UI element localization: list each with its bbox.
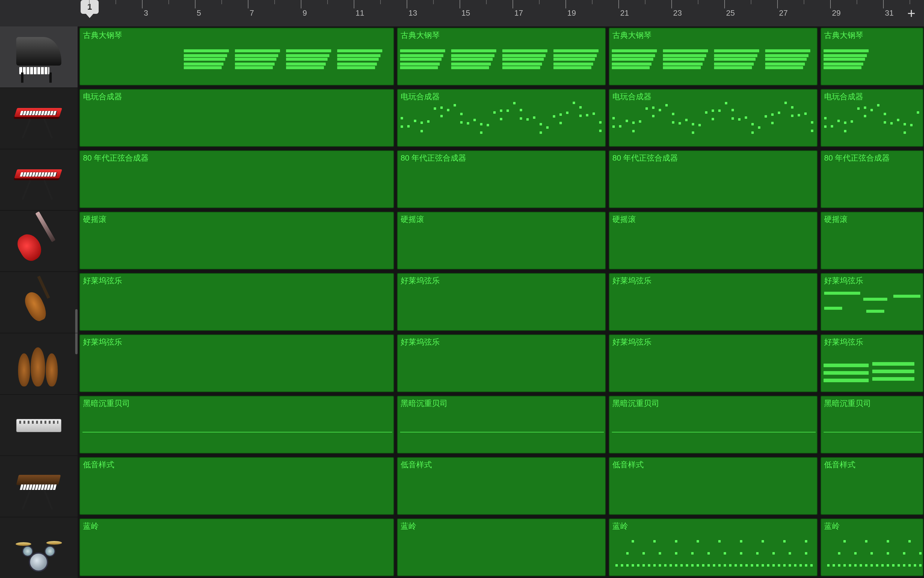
region-title: 80 年代正弦合成器 bbox=[401, 153, 466, 163]
track-header[interactable] bbox=[0, 149, 78, 211]
violin-icon bbox=[13, 277, 64, 328]
region-title: 好莱坞弦乐 bbox=[83, 276, 122, 286]
track-lane[interactable]: 好莱坞弦乐好莱坞弦乐好莱坞弦乐好莱坞弦乐 bbox=[78, 272, 924, 332]
midi-region[interactable]: 好莱坞弦乐 bbox=[80, 273, 394, 331]
midi-region[interactable]: 好莱坞弦乐 bbox=[820, 273, 923, 331]
midi-region[interactable]: 好莱坞弦乐 bbox=[820, 334, 923, 392]
ruler-bar-number: 11 bbox=[356, 8, 364, 18]
region-title: 好莱坞弦乐 bbox=[824, 337, 863, 347]
region-title: 80 年代正弦合成器 bbox=[612, 153, 678, 163]
midi-region[interactable]: 80 年代正弦合成器 bbox=[80, 150, 394, 208]
track-lane[interactable]: 电玩合成器电玩合成器电玩合成器电玩合成器 bbox=[78, 88, 924, 148]
region-title: 低音样式 bbox=[612, 459, 644, 470]
ruler-bar-number: 3 bbox=[144, 8, 148, 18]
track-lane[interactable]: 80 年代正弦合成器80 年代正弦合成器80 年代正弦合成器80 年代正弦合成器 bbox=[78, 149, 924, 209]
add-track-button[interactable]: + bbox=[904, 7, 919, 22]
region-title: 低音样式 bbox=[83, 459, 114, 470]
synth-module-icon bbox=[13, 399, 64, 451]
ruler-bar-number: 7 bbox=[250, 8, 254, 18]
track-lane[interactable]: 硬摇滚硬摇滚硬摇滚硬摇滚 bbox=[78, 211, 924, 271]
midi-region[interactable]: 电玩合成器 bbox=[609, 89, 817, 147]
track-lane[interactable]: 好莱坞弦乐好莱坞弦乐好莱坞弦乐好莱坞弦乐 bbox=[78, 333, 924, 393]
ruler-bar-number: 31 bbox=[885, 8, 894, 18]
midi-region[interactable]: 电玩合成器 bbox=[80, 89, 394, 147]
midi-region[interactable]: 80 年代正弦合成器 bbox=[397, 150, 606, 208]
midi-region[interactable]: 好莱坞弦乐 bbox=[80, 334, 394, 392]
midi-region[interactable]: 古典大钢琴 bbox=[80, 28, 394, 85]
moog-icon bbox=[13, 461, 64, 512]
track-lane[interactable]: 黑暗沉重贝司黑暗沉重贝司黑暗沉重贝司黑暗沉重贝司 bbox=[78, 395, 924, 455]
track-header[interactable] bbox=[0, 456, 78, 517]
region-title: 蓝岭 bbox=[83, 521, 99, 531]
midi-region[interactable]: 蓝岭 bbox=[397, 518, 606, 576]
region-title: 黑暗沉重贝司 bbox=[83, 398, 130, 409]
region-title: 古典大钢琴 bbox=[83, 30, 122, 41]
midi-region[interactable]: 黑暗沉重贝司 bbox=[397, 396, 606, 453]
ruler-bar-number: 9 bbox=[303, 8, 307, 18]
midi-region[interactable]: 电玩合成器 bbox=[397, 89, 606, 147]
ruler-bar-number: 21 bbox=[620, 8, 629, 18]
track-header-list bbox=[0, 26, 78, 578]
midi-region[interactable]: 好莱坞弦乐 bbox=[609, 334, 817, 392]
ruler-bar-number: 13 bbox=[408, 8, 417, 18]
midi-region[interactable]: 古典大钢琴 bbox=[609, 28, 817, 85]
red-keyboard-icon bbox=[13, 154, 64, 205]
region-title: 好莱坞弦乐 bbox=[83, 337, 122, 347]
region-title: 古典大钢琴 bbox=[612, 30, 651, 41]
region-title: 电玩合成器 bbox=[612, 91, 651, 102]
midi-region[interactable]: 低音样式 bbox=[397, 457, 606, 515]
midi-region[interactable]: 80 年代正弦合成器 bbox=[820, 150, 923, 208]
track-header[interactable] bbox=[0, 88, 78, 149]
midi-region[interactable]: 80 年代正弦合成器 bbox=[609, 150, 817, 208]
region-title: 好莱坞弦乐 bbox=[824, 276, 863, 286]
midi-region[interactable]: 蓝岭 bbox=[820, 518, 923, 576]
region-title: 硬摇滚 bbox=[83, 214, 107, 225]
arrangement-area[interactable]: 古典大钢琴古典大钢琴古典大钢琴古典大钢琴电玩合成器电玩合成器电玩合成器电玩合成器… bbox=[78, 26, 924, 578]
red-keyboard-icon bbox=[13, 93, 64, 144]
ruler-bar-number: 15 bbox=[461, 8, 470, 18]
grand-piano-icon bbox=[13, 32, 64, 83]
track-header[interactable] bbox=[0, 211, 78, 272]
ruler-bar-number: 29 bbox=[832, 8, 841, 18]
midi-region[interactable]: 低音样式 bbox=[820, 457, 923, 515]
midi-region[interactable]: 好莱坞弦乐 bbox=[609, 273, 817, 331]
midi-region[interactable]: 黑暗沉重贝司 bbox=[80, 396, 394, 453]
region-title: 蓝岭 bbox=[824, 521, 840, 531]
track-header[interactable] bbox=[0, 395, 78, 456]
track-lane[interactable]: 低音样式低音样式低音样式低音样式 bbox=[78, 456, 924, 516]
playhead-marker[interactable]: 1 bbox=[81, 0, 99, 14]
midi-region[interactable]: 黑暗沉重贝司 bbox=[820, 396, 923, 453]
region-title: 电玩合成器 bbox=[401, 91, 440, 102]
midi-region[interactable]: 好莱坞弦乐 bbox=[397, 334, 606, 392]
ruler-bar-number: 5 bbox=[197, 8, 201, 18]
midi-region[interactable]: 硬摇滚 bbox=[820, 212, 923, 270]
region-title: 硬摇滚 bbox=[824, 214, 848, 225]
midi-region[interactable]: 古典大钢琴 bbox=[820, 28, 923, 85]
timeline-ruler[interactable]: 1 + 35791113151719212325272931 bbox=[0, 0, 924, 26]
region-title: 好莱坞弦乐 bbox=[612, 337, 651, 347]
track-lane[interactable]: 蓝岭蓝岭蓝岭蓝岭 bbox=[78, 517, 924, 577]
track-header[interactable] bbox=[0, 26, 78, 88]
midi-region[interactable]: 硬摇滚 bbox=[80, 212, 394, 270]
midi-region[interactable]: 黑暗沉重贝司 bbox=[609, 396, 817, 453]
region-title: 古典大钢琴 bbox=[824, 30, 863, 41]
midi-region[interactable]: 硬摇滚 bbox=[609, 212, 817, 270]
track-header[interactable] bbox=[0, 517, 78, 578]
midi-region[interactable]: 好莱坞弦乐 bbox=[397, 273, 606, 331]
midi-region[interactable]: 低音样式 bbox=[80, 457, 394, 515]
track-lane[interactable]: 古典大钢琴古典大钢琴古典大钢琴古典大钢琴 bbox=[78, 26, 924, 87]
midi-region[interactable]: 硬摇滚 bbox=[397, 212, 606, 270]
electric-guitar-icon bbox=[13, 216, 64, 267]
region-title: 硬摇滚 bbox=[612, 214, 636, 225]
midi-region[interactable]: 蓝岭 bbox=[80, 518, 394, 576]
region-title: 蓝岭 bbox=[612, 521, 628, 531]
track-header[interactable] bbox=[0, 272, 78, 333]
midi-region[interactable]: 电玩合成器 bbox=[820, 89, 923, 147]
midi-region[interactable]: 蓝岭 bbox=[609, 518, 817, 576]
track-header[interactable] bbox=[0, 333, 78, 395]
ruler-bar-number: 19 bbox=[567, 8, 576, 18]
midi-region[interactable]: 低音样式 bbox=[609, 457, 817, 515]
region-title: 80 年代正弦合成器 bbox=[824, 153, 890, 163]
region-title: 古典大钢琴 bbox=[401, 30, 440, 41]
midi-region[interactable]: 古典大钢琴 bbox=[397, 28, 606, 85]
